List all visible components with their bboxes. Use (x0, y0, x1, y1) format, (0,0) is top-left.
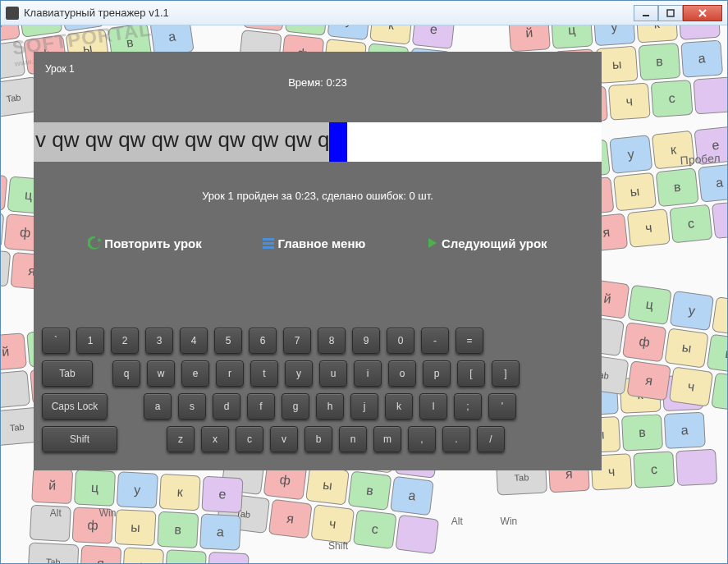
key-c[interactable]: c (236, 426, 263, 452)
key-0[interactable]: 0 (387, 328, 414, 354)
app-icon (6, 7, 19, 20)
key-l[interactable]: l (419, 393, 447, 420)
maximize-button[interactable] (658, 5, 683, 21)
remaining-area (347, 122, 602, 162)
key-1[interactable]: 1 (76, 328, 104, 354)
lesson-label: Урок 1 (45, 63, 75, 75)
repeat-lesson-button[interactable]: Повторить урок (88, 236, 201, 250)
key-[[interactable]: [ (457, 360, 485, 387)
svg-text:Alt: Alt (50, 507, 62, 519)
key-h[interactable]: h (316, 393, 344, 420)
key-][interactable]: ] (492, 360, 520, 387)
svg-rect-1 (667, 10, 674, 16)
key-u[interactable]: u (319, 360, 347, 387)
key-'[interactable]: ' (488, 393, 516, 420)
key-,[interactable]: , (408, 426, 436, 452)
key-tab[interactable]: Tab (42, 360, 93, 387)
key-v[interactable]: v (270, 426, 298, 452)
key-z[interactable]: z (167, 426, 195, 452)
key-i[interactable]: i (354, 360, 382, 387)
maximize-icon (666, 9, 675, 17)
main-menu-button[interactable]: Главное меню (261, 236, 365, 250)
key-n[interactable]: n (339, 426, 367, 452)
main-menu-label: Главное меню (277, 236, 365, 250)
next-icon (425, 236, 440, 250)
key-caps-lock[interactable]: Caps Lock (42, 393, 108, 420)
key-7[interactable]: 7 (283, 328, 311, 354)
next-lesson-button[interactable]: Следующий урок (425, 236, 547, 250)
trainer-panel: Урок 1 Время: 0:23 v qw qw qw qw qw qw q… (34, 52, 602, 470)
key-j[interactable]: j (350, 393, 378, 420)
svg-rect-41 (263, 246, 274, 249)
result-text: Урок 1 пройден за 0:23, сделано ошибок: … (34, 190, 602, 202)
key-.[interactable]: . (442, 426, 470, 452)
key-=[interactable]: = (456, 328, 483, 354)
key-`[interactable]: ` (42, 328, 70, 354)
key-6[interactable]: 6 (249, 328, 277, 354)
cursor-block (329, 122, 347, 162)
svg-rect-39 (263, 238, 274, 241)
key-o[interactable]: o (388, 360, 416, 387)
typing-strip: v qw qw qw qw qw qw qw qw qw (34, 122, 602, 162)
key-x[interactable]: x (201, 426, 229, 452)
repeat-lesson-label: Повторить урок (104, 236, 201, 250)
time-label: Время: 0:23 (34, 76, 602, 89)
svg-text:Win: Win (501, 516, 518, 527)
refresh-icon (88, 236, 103, 250)
key-m[interactable]: m (373, 426, 401, 452)
key--[interactable]: - (421, 328, 449, 354)
svg-text:Win: Win (99, 507, 117, 519)
key-s[interactable]: s (178, 393, 206, 420)
minimize-button[interactable] (634, 5, 658, 21)
key-d[interactable]: d (213, 393, 240, 420)
key-q[interactable]: q (112, 360, 140, 387)
key-y[interactable]: y (285, 360, 313, 387)
key-/[interactable]: / (477, 426, 505, 452)
svg-text:Пробел: Пробел (680, 151, 721, 167)
key-2[interactable]: 2 (111, 328, 139, 354)
typed-text: v qw qw qw qw qw qw qw qw qw (34, 122, 329, 162)
svg-rect-40 (263, 242, 274, 245)
key-t[interactable]: t (250, 360, 278, 387)
key-p[interactable]: p (423, 360, 451, 387)
key-a[interactable]: a (144, 393, 172, 420)
titlebar: Клавиатурный тренажер v1.1 (1, 1, 727, 25)
key-r[interactable]: r (216, 360, 244, 387)
key-g[interactable]: g (282, 393, 309, 420)
key-f[interactable]: f (247, 393, 275, 420)
menu-icon (261, 236, 276, 250)
window-title: Клавиатурный тренажер v1.1 (24, 7, 634, 19)
key-3[interactable]: 3 (145, 328, 173, 354)
key-9[interactable]: 9 (352, 328, 380, 354)
key-e[interactable]: e (181, 360, 209, 387)
key-w[interactable]: w (147, 360, 175, 387)
key-b[interactable]: b (304, 426, 332, 452)
key-;[interactable]: ; (454, 393, 482, 420)
next-lesson-label: Следующий урок (442, 236, 547, 250)
key-5[interactable]: 5 (214, 328, 242, 354)
key-8[interactable]: 8 (318, 328, 346, 354)
svg-text:Alt: Alt (451, 516, 464, 527)
key-k[interactable]: k (385, 393, 413, 420)
svg-text:Shift: Shift (328, 540, 349, 552)
close-button[interactable] (683, 5, 722, 21)
close-icon (698, 8, 707, 18)
key-4[interactable]: 4 (180, 328, 208, 354)
minimize-icon (642, 9, 650, 17)
key-shift[interactable]: Shift (42, 426, 117, 452)
virtual-keyboard: `1234567890-= Tabqwertyuiop[] Caps Locka… (42, 328, 593, 459)
